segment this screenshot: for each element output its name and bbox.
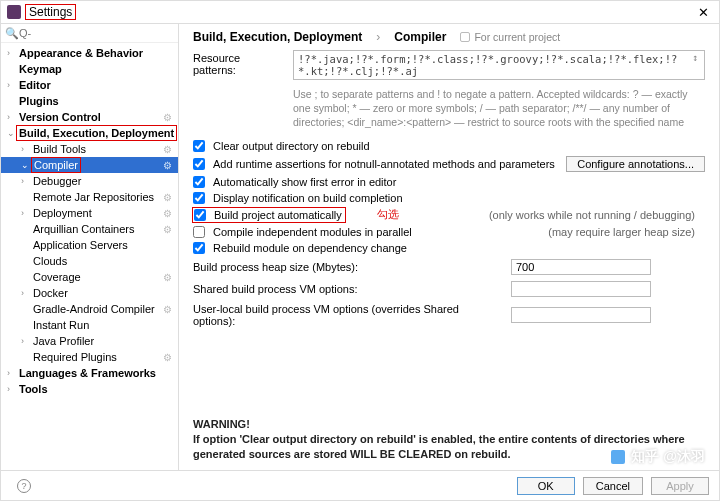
tree-item-label: Version Control [19, 111, 101, 123]
tree-item-coverage[interactable]: Coverage⚙ [1, 269, 178, 285]
tree-item-java-profiler[interactable]: ›Java Profiler [1, 333, 178, 349]
check-label: Display notification on build completion [213, 192, 403, 204]
expand-icon[interactable]: ↕ [688, 52, 702, 66]
checkbox-6[interactable] [193, 242, 205, 254]
tree-item-required-plugins[interactable]: Required Plugins⚙ [1, 349, 178, 365]
twisty-icon: › [21, 176, 30, 186]
configure-annotations-button[interactable]: Configure annotations... [566, 156, 705, 172]
tree-item-label: Languages & Frameworks [19, 367, 156, 379]
tree-item-label: Remote Jar Repositories [33, 191, 154, 203]
tree-item-label: Coverage [33, 271, 81, 283]
check-row-0: Clear output directory on rebuild [193, 138, 705, 154]
check-note: (only works while not running / debuggin… [489, 209, 705, 221]
twisty-icon: › [7, 384, 16, 394]
check-row-3: Display notification on build completion [193, 190, 705, 206]
checkbox-2[interactable] [193, 176, 205, 188]
tree-item-editor[interactable]: ›Editor [1, 77, 178, 93]
title-bar: Settings ✕ [1, 1, 719, 23]
apply-button[interactable]: Apply [651, 477, 709, 495]
ok-button[interactable]: OK [517, 477, 575, 495]
checkbox-4[interactable] [194, 209, 206, 221]
twisty-icon: › [21, 288, 30, 298]
twisty-icon: › [21, 336, 30, 346]
search-row: 🔍 [1, 24, 178, 43]
check-note: (may require larger heap size) [548, 226, 705, 238]
search-icon: 🔍 [5, 27, 19, 40]
tree-item-tools[interactable]: ›Tools [1, 381, 178, 397]
check-label: Rebuild module on dependency change [213, 242, 407, 254]
tree-item-compiler[interactable]: ⌄Compiler⚙ [1, 157, 178, 173]
shared-vm-input[interactable] [511, 281, 651, 297]
tree-item-label: Gradle-Android Compiler [33, 303, 155, 315]
help-icon[interactable]: ? [17, 479, 31, 493]
tree-item-application-servers[interactable]: Application Servers [1, 237, 178, 253]
user-vm-input[interactable] [511, 307, 651, 323]
tree-item-label: Arquillian Containers [33, 223, 135, 235]
close-icon[interactable]: ✕ [694, 5, 713, 20]
tree-item-keymap[interactable]: Keymap [1, 61, 178, 77]
check-label: Clear output directory on rebuild [213, 140, 370, 152]
twisty-icon: › [7, 112, 16, 122]
check-label: Automatically show first error in editor [213, 176, 396, 188]
tree-item-label: Build, Execution, Deployment [18, 127, 175, 139]
tree-item-label: Debugger [33, 175, 81, 187]
tree-item-label: Keymap [19, 63, 62, 75]
tree-item-build-execution-deployment[interactable]: ⌄Build, Execution, Deployment [1, 125, 178, 141]
search-input[interactable] [1, 24, 178, 42]
tree-item-gradle-android-compiler[interactable]: Gradle-Android Compiler⚙ [1, 301, 178, 317]
tree-item-label: Appearance & Behavior [19, 47, 143, 59]
breadcrumb-root[interactable]: Build, Execution, Deployment [193, 30, 362, 44]
tree-item-build-tools[interactable]: ›Build Tools⚙ [1, 141, 178, 157]
tree-item-label: Java Profiler [33, 335, 94, 347]
tree-item-label: Build Tools [33, 143, 86, 155]
check-row-4: Build project automatically勾选(only works… [193, 206, 705, 224]
tree-item-version-control[interactable]: ›Version Control⚙ [1, 109, 178, 125]
annotation: 勾选 [377, 208, 399, 222]
gear-icon: ⚙ [163, 304, 172, 315]
resource-patterns-value: !?*.java;!?*.form;!?*.class;!?*.groovy;!… [298, 53, 677, 77]
tree-item-plugins[interactable]: Plugins [1, 93, 178, 109]
scope-hint-label: For current project [474, 31, 560, 43]
gear-icon: ⚙ [163, 352, 172, 363]
dialog-footer: ? OK Cancel Apply [1, 470, 719, 500]
twisty-icon: › [7, 368, 16, 378]
twisty-icon: › [21, 208, 30, 218]
checkbox-1[interactable] [193, 158, 205, 170]
tree-item-label: Deployment [33, 207, 92, 219]
twisty-icon: › [7, 80, 16, 90]
resource-patterns-input[interactable]: !?*.java;!?*.form;!?*.class;!?*.groovy;!… [293, 50, 705, 80]
checkbox-5[interactable] [193, 226, 205, 238]
check-row-2: Automatically show first error in editor [193, 174, 705, 190]
breadcrumb: Build, Execution, Deployment › Compiler … [193, 30, 705, 44]
tree-item-arquillian-containers[interactable]: Arquillian Containers⚙ [1, 221, 178, 237]
gear-icon: ⚙ [163, 224, 172, 235]
patterns-help: Use ; to separate patterns and ! to nega… [293, 87, 705, 130]
tree-item-docker[interactable]: ›Docker [1, 285, 178, 301]
tree-item-debugger[interactable]: ›Debugger [1, 173, 178, 189]
tree-item-clouds[interactable]: Clouds [1, 253, 178, 269]
checkbox-0[interactable] [193, 140, 205, 152]
breadcrumb-leaf: Compiler [394, 30, 446, 44]
twisty-icon: ⌄ [7, 128, 15, 138]
tree-item-languages-frameworks[interactable]: ›Languages & Frameworks [1, 365, 178, 381]
chevron-right-icon: › [376, 30, 380, 44]
scope-hint: For current project [460, 31, 560, 43]
tree-item-remote-jar-repositories[interactable]: Remote Jar Repositories⚙ [1, 189, 178, 205]
gear-icon: ⚙ [163, 272, 172, 283]
tree-item-instant-run[interactable]: Instant Run [1, 317, 178, 333]
tree-item-appearance-behavior[interactable]: ›Appearance & Behavior [1, 45, 178, 61]
tree-item-label: Editor [19, 79, 51, 91]
settings-tree[interactable]: ›Appearance & BehaviorKeymap›EditorPlugi… [1, 43, 178, 470]
tree-item-label: Clouds [33, 255, 67, 267]
twisty-icon: › [21, 144, 30, 154]
twisty-icon: › [7, 48, 16, 58]
tree-item-label: Required Plugins [33, 351, 117, 363]
tree-item-deployment[interactable]: ›Deployment⚙ [1, 205, 178, 221]
check-label: Build project automatically [214, 209, 342, 221]
gear-icon: ⚙ [163, 160, 172, 171]
checkbox-3[interactable] [193, 192, 205, 204]
cancel-button[interactable]: Cancel [583, 477, 643, 495]
heap-size-input[interactable] [511, 259, 651, 275]
warning-heading: WARNING! [193, 417, 705, 432]
tree-item-label: Compiler [33, 159, 79, 171]
